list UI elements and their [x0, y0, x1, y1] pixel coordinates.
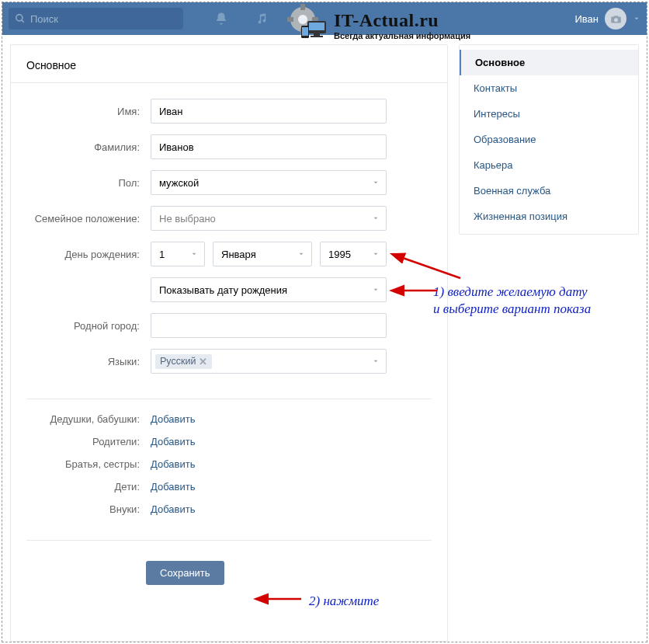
add-siblings-link[interactable]: Добавить — [151, 458, 195, 470]
chevron-down-icon — [372, 250, 380, 258]
save-button[interactable]: Сохранить — [146, 561, 224, 585]
add-grandparents-link[interactable]: Добавить — [151, 413, 195, 425]
sidebar-item-education[interactable]: Образование — [460, 127, 638, 152]
birthday-year-select[interactable]: 1995 — [320, 242, 387, 266]
label-marital: Семейное положение: — [26, 213, 151, 225]
label-gender: Пол: — [26, 177, 151, 189]
name-input[interactable] — [151, 99, 387, 124]
label-grandchildren: Внуки: — [26, 503, 151, 515]
user-menu[interactable]: Иван — [574, 8, 640, 30]
avatar — [605, 8, 626, 30]
label-parents: Родители: — [26, 436, 151, 447]
chip-remove-icon[interactable]: ✕ — [199, 356, 207, 367]
label-languages: Языки: — [26, 356, 151, 367]
chevron-down-icon — [372, 286, 380, 294]
birthday-day-select[interactable]: 1 — [151, 242, 205, 266]
add-children-link[interactable]: Добавить — [151, 481, 195, 493]
chevron-down-icon — [297, 250, 305, 258]
language-chip: Русский ✕ — [155, 354, 212, 369]
svg-line-1 — [22, 20, 24, 23]
chevron-down-icon — [372, 214, 380, 222]
topbar: Поиск Иван — [2, 2, 647, 35]
label-surname: Фамилия: — [26, 141, 151, 153]
page-title: Основное — [11, 45, 447, 83]
surname-input[interactable] — [151, 134, 387, 159]
search-icon — [15, 13, 26, 24]
chevron-down-icon — [372, 179, 380, 186]
camera-icon — [610, 13, 622, 25]
chevron-down-icon — [190, 250, 198, 258]
sidebar-item-basic[interactable]: Основное — [460, 50, 638, 75]
gender-select[interactable]: мужской — [151, 170, 387, 195]
sidebar-item-career[interactable]: Карьера — [460, 152, 638, 178]
add-parents-link[interactable]: Добавить — [151, 436, 195, 447]
svg-point-0 — [16, 15, 23, 21]
chevron-down-icon — [372, 357, 380, 365]
label-siblings: Братья, сестры: — [26, 458, 151, 470]
label-name: Имя: — [26, 106, 151, 117]
sidebar: Основное Контакты Интересы Образование К… — [459, 44, 639, 235]
marital-select[interactable]: Не выбрано — [151, 206, 387, 231]
bell-icon[interactable] — [214, 12, 228, 26]
languages-select[interactable]: Русский ✕ — [151, 349, 387, 374]
birthday-month-select[interactable]: Января — [213, 242, 312, 266]
label-grandparents: Дедушки, бабушки: — [26, 413, 151, 425]
music-icon[interactable] — [255, 12, 269, 26]
search-input[interactable]: Поиск — [9, 8, 183, 30]
search-placeholder: Поиск — [30, 13, 58, 25]
hometown-input[interactable] — [151, 313, 387, 338]
top-icons — [214, 12, 269, 26]
label-hometown: Родной город: — [26, 320, 151, 332]
label-birthday: День рождения: — [26, 249, 151, 260]
sidebar-item-military[interactable]: Военная служба — [460, 178, 638, 204]
main-panel: Основное Имя: Фамилия: Пол: му — [10, 44, 448, 642]
add-grandchildren-link[interactable]: Добавить — [151, 503, 195, 515]
chevron-down-icon — [633, 15, 640, 23]
sidebar-item-beliefs[interactable]: Жизненная позиция — [460, 204, 638, 229]
user-name: Иван — [574, 13, 599, 25]
birthday-visibility-select[interactable]: Показывать дату рождения — [151, 277, 387, 302]
sidebar-item-contacts[interactable]: Контакты — [460, 75, 638, 101]
sidebar-item-interests[interactable]: Интересы — [460, 101, 638, 127]
label-children: Дети: — [26, 481, 151, 493]
